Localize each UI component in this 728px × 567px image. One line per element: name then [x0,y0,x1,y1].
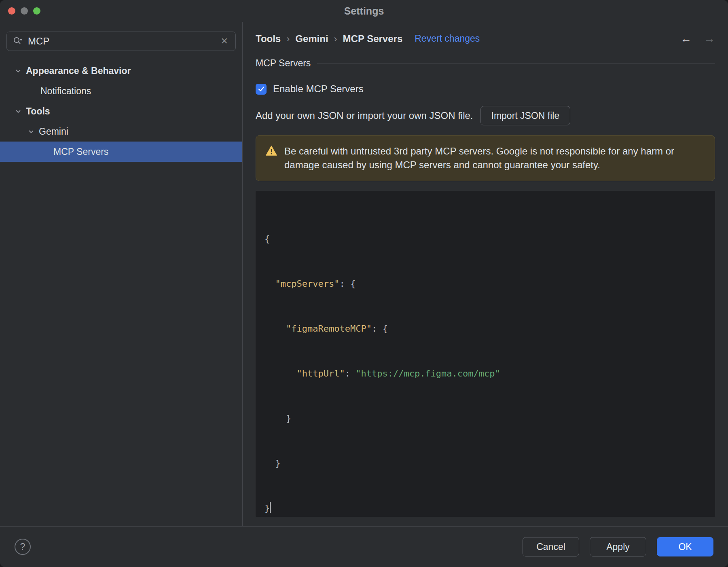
sidebar-item-label: Gemini [39,126,68,137]
code-line: } [265,456,706,471]
enable-mcp-checkbox[interactable] [256,84,267,95]
mcp-servers-panel: Tools › Gemini › MCP Servers Revert chan… [243,22,728,526]
enable-mcp-checkbox-label: Enable MCP Servers [273,83,364,95]
code-line: "mcpServers": { [265,276,706,291]
code-line: "httpUrl": "https://mcp.figma.com/mcp" [265,366,706,381]
search-input[interactable] [28,36,219,47]
ok-button[interactable]: OK [657,537,713,556]
dialog-footer: ? Cancel Apply OK [0,526,728,567]
sidebar-item-mcp-servers[interactable]: MCP Servers [0,142,242,162]
settings-sidebar: ✕ Appearance & Behavior Notifications To [0,22,243,526]
sidebar-item-tools[interactable]: Tools [0,101,242,121]
zoom-window-button[interactable] [33,7,40,15]
import-json-file-button[interactable]: Import JSON file [480,106,571,125]
warning-text: Be careful with untrusted 3rd party MCP … [284,144,705,172]
footer-buttons: Cancel Apply OK [523,537,713,556]
search-icon [13,36,23,47]
revert-changes-link[interactable]: Revert changes [415,33,480,44]
sidebar-item-appearance-behavior[interactable]: Appearance & Behavior [0,61,242,81]
code-line: } [265,411,706,426]
section-title: MCP Servers [256,58,311,69]
sidebar-item-gemini[interactable]: Gemini [0,121,242,142]
window-title: Settings [344,5,384,17]
checkmark-icon [258,85,265,93]
search-field[interactable]: ✕ [6,32,236,51]
close-window-button[interactable] [8,7,15,15]
breadcrumb-separator-icon: › [334,33,337,44]
warning-icon [266,146,277,158]
sidebar-item-label: Appearance & Behavior [26,66,131,76]
breadcrumb-gemini[interactable]: Gemini [295,33,328,44]
add-json-text: Add your own JSON or import your own JSO… [256,110,473,121]
sidebar-item-notifications[interactable]: Notifications [0,81,242,101]
sidebar-item-label: MCP Servers [53,146,108,157]
warning-banner: Be careful with untrusted 3rd party MCP … [256,135,715,181]
clear-search-icon[interactable]: ✕ [219,35,230,47]
breadcrumb: Tools › Gemini › MCP Servers Revert chan… [256,32,715,46]
chevron-down-icon[interactable] [15,67,22,74]
code-line: { [265,231,706,246]
breadcrumb-separator-icon: › [286,33,290,44]
breadcrumb-mcp-servers: MCP Servers [343,33,403,44]
help-button[interactable]: ? [15,539,31,555]
settings-window: Settings ✕ [0,0,728,567]
section-divider [317,63,715,63]
enable-mcp-servers-row[interactable]: Enable MCP Servers [256,83,715,95]
cancel-button[interactable]: Cancel [523,537,579,556]
history-nav: ← → [680,32,715,45]
forward-arrow-icon: → [704,32,715,45]
apply-button[interactable]: Apply [590,537,646,556]
breadcrumb-tools[interactable]: Tools [256,33,281,44]
minimize-window-button[interactable] [21,7,28,15]
import-json-row: Add your own JSON or import your own JSO… [256,106,715,125]
title-bar: Settings [0,0,728,22]
back-arrow-icon[interactable]: ← [680,32,692,45]
code-line: "figmaRemoteMCP": { [265,321,706,336]
settings-tree: Appearance & Behavior Notifications Tool… [0,61,242,162]
mcp-json-editor[interactable]: { "mcpServers": { "figmaRemoteMCP": { "h… [256,191,715,517]
section-header: MCP Servers [256,58,715,69]
text-cursor [270,502,271,513]
sidebar-item-label: Notifications [40,86,91,97]
chevron-down-icon[interactable] [28,128,35,135]
chevron-down-icon[interactable] [15,108,22,115]
code-line: } [265,501,706,516]
traffic-lights [8,0,40,22]
sidebar-item-label: Tools [26,106,50,117]
